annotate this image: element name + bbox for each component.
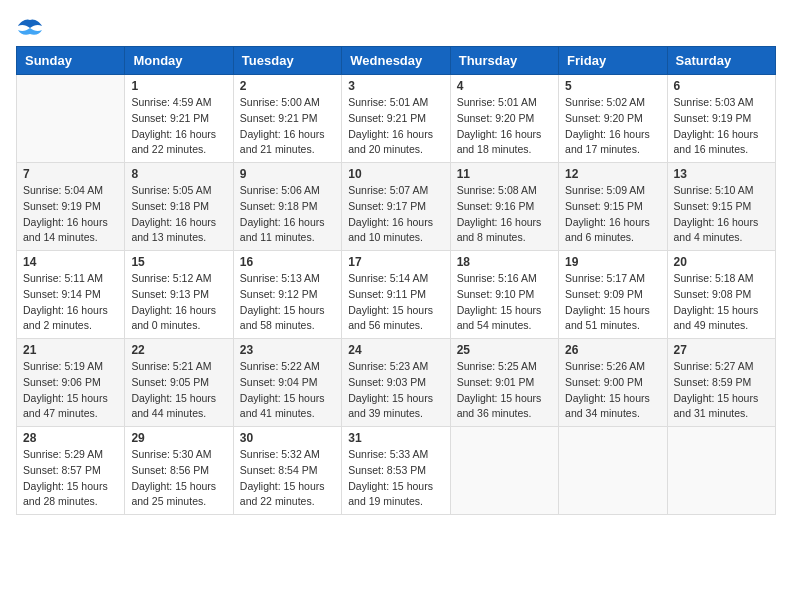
day-number: 2	[240, 79, 335, 93]
day-number: 7	[23, 167, 118, 181]
calendar-cell: 2Sunrise: 5:00 AMSunset: 9:21 PMDaylight…	[233, 75, 341, 163]
day-info: Sunrise: 5:18 AMSunset: 9:08 PMDaylight:…	[674, 271, 769, 334]
day-info: Sunrise: 5:05 AMSunset: 9:18 PMDaylight:…	[131, 183, 226, 246]
day-number: 1	[131, 79, 226, 93]
day-info: Sunrise: 5:19 AMSunset: 9:06 PMDaylight:…	[23, 359, 118, 422]
logo-bird-icon	[16, 16, 44, 38]
day-info: Sunrise: 5:09 AMSunset: 9:15 PMDaylight:…	[565, 183, 660, 246]
calendar-table: SundayMondayTuesdayWednesdayThursdayFrid…	[16, 46, 776, 515]
calendar-cell: 29Sunrise: 5:30 AMSunset: 8:56 PMDayligh…	[125, 427, 233, 515]
day-number: 18	[457, 255, 552, 269]
day-info: Sunrise: 5:07 AMSunset: 9:17 PMDaylight:…	[348, 183, 443, 246]
calendar-cell	[667, 427, 775, 515]
calendar-cell	[17, 75, 125, 163]
day-info: Sunrise: 5:17 AMSunset: 9:09 PMDaylight:…	[565, 271, 660, 334]
calendar-cell: 8Sunrise: 5:05 AMSunset: 9:18 PMDaylight…	[125, 163, 233, 251]
day-number: 25	[457, 343, 552, 357]
calendar-cell: 24Sunrise: 5:23 AMSunset: 9:03 PMDayligh…	[342, 339, 450, 427]
calendar-header-thursday: Thursday	[450, 47, 558, 75]
day-number: 30	[240, 431, 335, 445]
calendar-cell: 12Sunrise: 5:09 AMSunset: 9:15 PMDayligh…	[559, 163, 667, 251]
day-number: 3	[348, 79, 443, 93]
calendar-cell: 28Sunrise: 5:29 AMSunset: 8:57 PMDayligh…	[17, 427, 125, 515]
day-number: 6	[674, 79, 769, 93]
calendar-cell: 5Sunrise: 5:02 AMSunset: 9:20 PMDaylight…	[559, 75, 667, 163]
day-number: 12	[565, 167, 660, 181]
calendar-cell	[450, 427, 558, 515]
day-info: Sunrise: 5:14 AMSunset: 9:11 PMDaylight:…	[348, 271, 443, 334]
day-number: 22	[131, 343, 226, 357]
calendar-cell: 17Sunrise: 5:14 AMSunset: 9:11 PMDayligh…	[342, 251, 450, 339]
calendar-cell: 9Sunrise: 5:06 AMSunset: 9:18 PMDaylight…	[233, 163, 341, 251]
calendar-week-row: 7Sunrise: 5:04 AMSunset: 9:19 PMDaylight…	[17, 163, 776, 251]
day-number: 9	[240, 167, 335, 181]
logo	[16, 16, 48, 38]
calendar-cell: 7Sunrise: 5:04 AMSunset: 9:19 PMDaylight…	[17, 163, 125, 251]
day-number: 23	[240, 343, 335, 357]
day-number: 17	[348, 255, 443, 269]
calendar-header-tuesday: Tuesday	[233, 47, 341, 75]
day-info: Sunrise: 5:22 AMSunset: 9:04 PMDaylight:…	[240, 359, 335, 422]
page-header	[16, 16, 776, 38]
day-info: Sunrise: 5:13 AMSunset: 9:12 PMDaylight:…	[240, 271, 335, 334]
calendar-cell: 26Sunrise: 5:26 AMSunset: 9:00 PMDayligh…	[559, 339, 667, 427]
calendar-cell: 13Sunrise: 5:10 AMSunset: 9:15 PMDayligh…	[667, 163, 775, 251]
day-info: Sunrise: 5:12 AMSunset: 9:13 PMDaylight:…	[131, 271, 226, 334]
day-info: Sunrise: 5:33 AMSunset: 8:53 PMDaylight:…	[348, 447, 443, 510]
day-info: Sunrise: 5:10 AMSunset: 9:15 PMDaylight:…	[674, 183, 769, 246]
calendar-header-sunday: Sunday	[17, 47, 125, 75]
calendar-week-row: 21Sunrise: 5:19 AMSunset: 9:06 PMDayligh…	[17, 339, 776, 427]
calendar-header-monday: Monday	[125, 47, 233, 75]
day-info: Sunrise: 5:27 AMSunset: 8:59 PMDaylight:…	[674, 359, 769, 422]
calendar-week-row: 1Sunrise: 4:59 AMSunset: 9:21 PMDaylight…	[17, 75, 776, 163]
day-info: Sunrise: 5:01 AMSunset: 9:20 PMDaylight:…	[457, 95, 552, 158]
calendar-cell: 10Sunrise: 5:07 AMSunset: 9:17 PMDayligh…	[342, 163, 450, 251]
day-number: 19	[565, 255, 660, 269]
calendar-week-row: 14Sunrise: 5:11 AMSunset: 9:14 PMDayligh…	[17, 251, 776, 339]
day-info: Sunrise: 5:00 AMSunset: 9:21 PMDaylight:…	[240, 95, 335, 158]
day-number: 11	[457, 167, 552, 181]
day-number: 31	[348, 431, 443, 445]
day-number: 21	[23, 343, 118, 357]
day-info: Sunrise: 5:04 AMSunset: 9:19 PMDaylight:…	[23, 183, 118, 246]
day-number: 20	[674, 255, 769, 269]
calendar-cell: 30Sunrise: 5:32 AMSunset: 8:54 PMDayligh…	[233, 427, 341, 515]
day-info: Sunrise: 5:25 AMSunset: 9:01 PMDaylight:…	[457, 359, 552, 422]
day-info: Sunrise: 5:01 AMSunset: 9:21 PMDaylight:…	[348, 95, 443, 158]
calendar-cell: 15Sunrise: 5:12 AMSunset: 9:13 PMDayligh…	[125, 251, 233, 339]
day-info: Sunrise: 5:23 AMSunset: 9:03 PMDaylight:…	[348, 359, 443, 422]
day-info: Sunrise: 5:06 AMSunset: 9:18 PMDaylight:…	[240, 183, 335, 246]
calendar-cell	[559, 427, 667, 515]
day-number: 29	[131, 431, 226, 445]
day-number: 8	[131, 167, 226, 181]
day-info: Sunrise: 5:08 AMSunset: 9:16 PMDaylight:…	[457, 183, 552, 246]
calendar-header-saturday: Saturday	[667, 47, 775, 75]
day-info: Sunrise: 5:26 AMSunset: 9:00 PMDaylight:…	[565, 359, 660, 422]
day-info: Sunrise: 4:59 AMSunset: 9:21 PMDaylight:…	[131, 95, 226, 158]
day-number: 16	[240, 255, 335, 269]
day-number: 28	[23, 431, 118, 445]
calendar-header-friday: Friday	[559, 47, 667, 75]
day-number: 14	[23, 255, 118, 269]
day-number: 4	[457, 79, 552, 93]
calendar-cell: 23Sunrise: 5:22 AMSunset: 9:04 PMDayligh…	[233, 339, 341, 427]
calendar-cell: 18Sunrise: 5:16 AMSunset: 9:10 PMDayligh…	[450, 251, 558, 339]
day-number: 13	[674, 167, 769, 181]
calendar-cell: 25Sunrise: 5:25 AMSunset: 9:01 PMDayligh…	[450, 339, 558, 427]
calendar-cell: 1Sunrise: 4:59 AMSunset: 9:21 PMDaylight…	[125, 75, 233, 163]
calendar-week-row: 28Sunrise: 5:29 AMSunset: 8:57 PMDayligh…	[17, 427, 776, 515]
day-info: Sunrise: 5:02 AMSunset: 9:20 PMDaylight:…	[565, 95, 660, 158]
calendar-header-wednesday: Wednesday	[342, 47, 450, 75]
calendar-cell: 19Sunrise: 5:17 AMSunset: 9:09 PMDayligh…	[559, 251, 667, 339]
day-number: 15	[131, 255, 226, 269]
day-info: Sunrise: 5:21 AMSunset: 9:05 PMDaylight:…	[131, 359, 226, 422]
day-info: Sunrise: 5:32 AMSunset: 8:54 PMDaylight:…	[240, 447, 335, 510]
calendar-cell: 22Sunrise: 5:21 AMSunset: 9:05 PMDayligh…	[125, 339, 233, 427]
day-info: Sunrise: 5:11 AMSunset: 9:14 PMDaylight:…	[23, 271, 118, 334]
calendar-cell: 31Sunrise: 5:33 AMSunset: 8:53 PMDayligh…	[342, 427, 450, 515]
calendar-cell: 3Sunrise: 5:01 AMSunset: 9:21 PMDaylight…	[342, 75, 450, 163]
day-info: Sunrise: 5:30 AMSunset: 8:56 PMDaylight:…	[131, 447, 226, 510]
day-info: Sunrise: 5:16 AMSunset: 9:10 PMDaylight:…	[457, 271, 552, 334]
calendar-cell: 27Sunrise: 5:27 AMSunset: 8:59 PMDayligh…	[667, 339, 775, 427]
calendar-header-row: SundayMondayTuesdayWednesdayThursdayFrid…	[17, 47, 776, 75]
